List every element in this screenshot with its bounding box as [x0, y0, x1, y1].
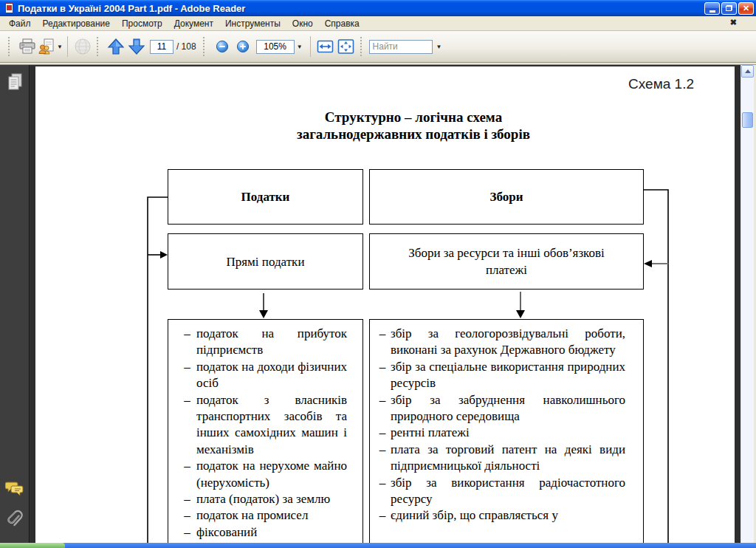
- send-file-icon: [38, 38, 55, 55]
- email-share-button[interactable]: ▼: [38, 35, 63, 58]
- find-input[interactable]: [369, 40, 433, 54]
- box-fees: Збори: [369, 169, 644, 225]
- scroll-up-button[interactable]: [741, 65, 754, 78]
- start-button-fragment[interactable]: [0, 543, 65, 548]
- list-item: –плата за торговий патент на деякі види …: [370, 442, 643, 475]
- previous-page-button[interactable]: [106, 35, 126, 58]
- fit-page-button[interactable]: [336, 35, 357, 58]
- direct-taxes-list: –податок на прибуток підприємств –подато…: [168, 320, 362, 541]
- pages-panel-button[interactable]: [0, 72, 30, 93]
- dash-bullet: –: [168, 491, 196, 507]
- plus-circle-icon: [236, 40, 250, 53]
- chevron-down-icon: ▼: [57, 44, 63, 50]
- list-item: –податок на прибуток підприємств: [168, 326, 362, 359]
- comments-icon: [5, 480, 24, 498]
- toolbar-grip: [8, 37, 13, 56]
- menu-window[interactable]: Окно: [286, 17, 319, 30]
- globe-icon: [73, 37, 92, 56]
- toolbar-separator: [310, 36, 311, 57]
- restore-button[interactable]: [721, 2, 737, 15]
- vertical-scrollbar[interactable]: [740, 65, 754, 543]
- menu-view[interactable]: Просмотр: [116, 17, 168, 30]
- dash-bullet: –: [370, 475, 391, 508]
- find-dropdown-icon[interactable]: ▼: [436, 44, 442, 50]
- page-total-label: / 108: [176, 41, 196, 52]
- minimize-icon: [709, 10, 715, 13]
- menu-edit[interactable]: Редактирование: [37, 17, 116, 30]
- dash-bullet: –: [370, 442, 391, 475]
- schema-label: Схема 1.2: [628, 76, 694, 92]
- comments-panel-button[interactable]: [0, 480, 30, 498]
- paperclip-icon: [5, 510, 24, 532]
- dash-bullet: –: [168, 458, 196, 491]
- dash-bullet: –: [370, 392, 391, 425]
- taskbar-strip: [0, 543, 756, 548]
- printer-icon: [18, 38, 37, 55]
- print-button[interactable]: [17, 35, 38, 58]
- menu-file[interactable]: Файл: [3, 17, 37, 30]
- box-resource-fees: Збори за ресурси та інші обов’язкові пла…: [369, 233, 644, 290]
- document-title: Структурно – логічна схема загальнодержа…: [266, 109, 561, 143]
- list-item: –плата (податок) за землю: [168, 491, 362, 507]
- next-page-button[interactable]: [126, 35, 147, 58]
- titlebar: Податки в Україні 2004 Part 1.pdf - Adob…: [0, 0, 756, 16]
- list-item: –податок на нерухоме майно (нерухомість): [168, 458, 362, 491]
- dash-bullet: –: [370, 359, 391, 392]
- arrow-down-icon: [127, 38, 146, 55]
- list-item: –збір за геологорозвідувальні роботи, ви…: [370, 326, 643, 359]
- arrow-up-icon: [106, 38, 126, 55]
- dash-bullet: –: [370, 507, 391, 524]
- dash-bullet: –: [168, 392, 196, 459]
- box-taxes: Податки: [168, 169, 363, 225]
- restore-icon: [726, 5, 732, 11]
- menu-help[interactable]: Справка: [319, 17, 365, 30]
- page-number-input[interactable]: [150, 40, 173, 54]
- minus-circle-icon: [216, 40, 229, 53]
- fit-width-button[interactable]: [315, 35, 336, 58]
- close-icon: ✕: [743, 4, 749, 13]
- toolbar-separator: [67, 36, 68, 57]
- dash-bullet: –: [370, 425, 391, 441]
- dash-bullet: –: [168, 326, 196, 359]
- document-pane: Схема 1.2 Структурно – логічна схема заг…: [30, 65, 740, 543]
- toolbar: ▼ / 108: [0, 31, 756, 63]
- document-close-icon[interactable]: ✖: [730, 18, 737, 27]
- dash-bullet: –: [168, 359, 196, 392]
- zoom-out-button[interactable]: [212, 35, 233, 58]
- attachments-panel-button[interactable]: [0, 510, 30, 532]
- fit-width-icon: [316, 38, 334, 55]
- toolbar-grip: [360, 37, 365, 56]
- box-direct-taxes: Прямі податки: [168, 233, 363, 290]
- zoom-in-button[interactable]: [233, 35, 253, 58]
- title-line-2: загальнодержавних податків і зборів: [266, 126, 561, 143]
- fees-list: –збір за геологорозвідувальні роботи, ви…: [370, 320, 643, 524]
- fit-page-icon: [337, 38, 355, 55]
- pages-icon: [6, 72, 24, 93]
- list-item: –єдиний збір, що справляється у: [370, 507, 643, 524]
- title-line-1: Структурно – логічна схема: [266, 109, 561, 126]
- fees-list-box: –збір за геологорозвідувальні роботи, ви…: [369, 319, 644, 543]
- zoom-dropdown-icon[interactable]: ▼: [297, 44, 303, 50]
- menubar: Файл Редактирование Просмотр Документ Ин…: [0, 16, 756, 31]
- scrollbar-thumb[interactable]: [742, 112, 753, 128]
- list-item: –податок з власників транспортних засобі…: [168, 392, 362, 459]
- list-item: –збір за використання радіочастотного ре…: [370, 475, 643, 508]
- toolbar-grip: [97, 37, 102, 56]
- main-area: Схема 1.2 Структурно – логічна схема заг…: [0, 65, 756, 543]
- zoom-level-input[interactable]: [256, 40, 295, 54]
- dash-bullet: –: [168, 507, 196, 524]
- menu-document[interactable]: Документ: [168, 17, 219, 30]
- minimize-button[interactable]: [704, 2, 720, 15]
- dash-bullet: –: [370, 326, 391, 359]
- collaborate-button-disabled: [72, 35, 93, 58]
- close-button[interactable]: ✕: [738, 2, 754, 15]
- adobe-reader-window: Податки в Україні 2004 Part 1.pdf - Adob…: [0, 0, 756, 548]
- pdf-file-icon: [4, 3, 15, 14]
- list-item: –збір за забруднення навколишнього приро…: [370, 392, 643, 425]
- direct-taxes-list-box: –податок на прибуток підприємств –подато…: [168, 319, 363, 543]
- window-title: Податки в Україні 2004 Part 1.pdf - Adob…: [18, 3, 704, 14]
- menu-tools[interactable]: Инструменты: [219, 17, 286, 30]
- list-item: –податок на промисел: [168, 507, 362, 524]
- list-item: –рентні платежі: [370, 425, 643, 441]
- list-item: –податок на доходи фізичних осіб: [168, 359, 362, 392]
